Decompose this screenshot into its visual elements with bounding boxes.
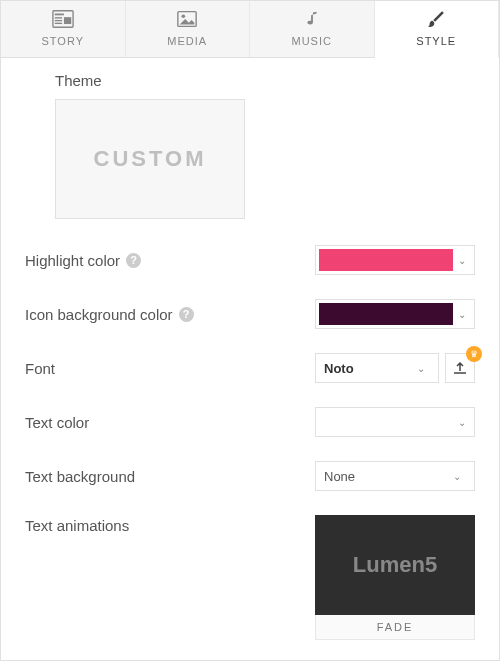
- chevron-down-icon: ⌄: [453, 255, 471, 266]
- font-value: Noto: [324, 361, 412, 376]
- svg-rect-5: [64, 17, 71, 24]
- svg-rect-2: [55, 17, 62, 18]
- icon-bg-color-label: Icon background color ?: [25, 306, 315, 323]
- help-icon[interactable]: ?: [179, 307, 194, 322]
- chevron-down-icon: ⌄: [453, 417, 471, 428]
- svg-rect-1: [55, 14, 64, 16]
- tab-style[interactable]: STYLE: [375, 1, 500, 58]
- text-color-picker[interactable]: ⌄: [315, 407, 475, 437]
- text-bg-label: Text background: [25, 468, 315, 485]
- music-icon: [301, 9, 323, 31]
- text-anim-preview[interactable]: Lumen5: [315, 515, 475, 615]
- chevron-down-icon: ⌄: [448, 471, 466, 482]
- icon-bg-color-swatch: [319, 303, 453, 325]
- tab-label: MEDIA: [167, 35, 207, 47]
- tab-media[interactable]: MEDIA: [126, 1, 251, 57]
- chevron-down-icon: ⌄: [412, 363, 430, 374]
- theme-card-label: CUSTOM: [94, 146, 207, 172]
- tab-label: STYLE: [416, 35, 456, 47]
- tab-label: STORY: [42, 35, 85, 47]
- tab-story[interactable]: STORY: [1, 1, 126, 57]
- font-label: Font: [25, 360, 315, 377]
- text-anim-label: Text animations: [25, 515, 315, 534]
- anim-preview-text: Lumen5: [353, 552, 437, 578]
- media-icon: [176, 9, 198, 31]
- text-anim-caption: FADE: [315, 615, 475, 640]
- text-bg-select[interactable]: None ⌄: [315, 461, 475, 491]
- tab-label: MUSIC: [292, 35, 332, 47]
- svg-point-7: [182, 14, 186, 18]
- premium-badge-icon: ♛: [466, 346, 482, 362]
- theme-heading: Theme: [55, 72, 475, 89]
- help-icon[interactable]: ?: [126, 253, 141, 268]
- upload-font-button[interactable]: ♛: [445, 353, 475, 383]
- highlight-color-picker[interactable]: ⌄: [315, 245, 475, 275]
- story-icon: [52, 9, 74, 31]
- highlight-color-swatch: [319, 249, 453, 271]
- text-color-label: Text color: [25, 414, 315, 431]
- text-bg-value: None: [324, 469, 448, 484]
- svg-rect-4: [55, 23, 62, 24]
- theme-card-custom[interactable]: CUSTOM: [55, 99, 245, 219]
- font-select[interactable]: Noto ⌄: [315, 353, 439, 383]
- svg-rect-3: [55, 20, 62, 21]
- text-color-swatch: [319, 411, 453, 433]
- chevron-down-icon: ⌄: [453, 309, 471, 320]
- tab-bar: STORY MEDIA MUSIC STYLE: [1, 1, 499, 58]
- icon-bg-color-picker[interactable]: ⌄: [315, 299, 475, 329]
- highlight-color-label: Highlight color ?: [25, 252, 315, 269]
- tab-music[interactable]: MUSIC: [250, 1, 375, 57]
- brush-icon: [425, 9, 447, 31]
